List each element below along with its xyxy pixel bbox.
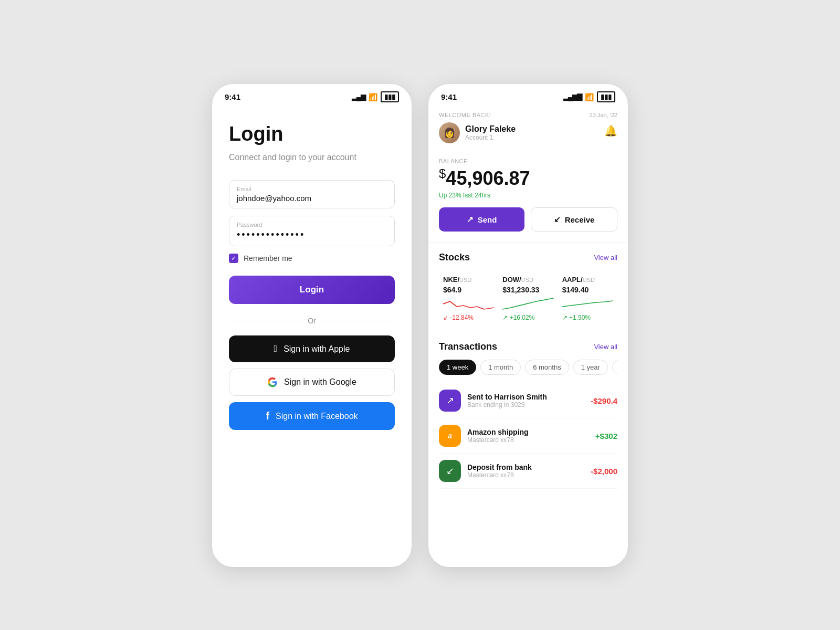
tx-name-1: Sent to Harrison Smith [467, 393, 584, 401]
stock-price-dow: $31,230.33 [502, 286, 553, 294]
welcome-text: WELCOME BACK! [439, 112, 516, 118]
signal-icon: ▂▄▆ [352, 93, 365, 101]
tx-info-3: Deposit from bank Mastercard xx78 [467, 463, 584, 479]
stock-change-dow: ↗ +16.02% [502, 314, 553, 321]
account-label: Account 1 [465, 134, 516, 141]
receive-button[interactable]: ↙ Receive [531, 207, 617, 232]
facebook-icon: f [266, 410, 269, 422]
remember-checkbox[interactable]: ✓ [229, 254, 238, 263]
filter-1year[interactable]: 1 year [573, 360, 608, 375]
or-divider: Or [229, 317, 395, 325]
balance-amount: $45,906.87 [439, 166, 617, 190]
login-time: 9:41 [225, 92, 240, 101]
login-subtitle: Connect and login to your account [229, 152, 395, 163]
stocks-title: Stocks [439, 252, 470, 263]
tx-sub-1: Bank ending in 3029 [467, 401, 584, 408]
wifi-icon: 📶 [369, 93, 377, 101]
filter-6months[interactable]: 6 months [525, 360, 569, 375]
balance-section: BALANCE $45,906.87 Up 23% last 24hrs ↗ S… [428, 151, 628, 243]
facebook-button-label: Sign in with Facebook [276, 412, 358, 421]
stock-change-nke: ↙ -12.84% [443, 314, 494, 321]
avatar: 👩 [439, 122, 460, 143]
tx-icon-deposit: ↙ [439, 460, 461, 482]
tx-name-3: Deposit from bank [467, 463, 584, 471]
stock-change-aapl: ↗ +1.90% [562, 314, 613, 321]
email-label: Email [237, 186, 387, 192]
email-field[interactable]: johndoe@yahoo.com [237, 194, 387, 203]
balance-value: 45,906.87 [446, 167, 530, 189]
tx-sub-2: Mastercard xx78 [467, 436, 589, 444]
send-button[interactable]: ↗ Send [439, 207, 524, 232]
password-label: Password [237, 222, 387, 228]
dashboard-time: 9:41 [441, 92, 457, 101]
time-filters: 1 week 1 month 6 months 1 year 2 ye... [439, 360, 617, 375]
login-title: Login [229, 123, 395, 145]
balance-change: Up 23% last 24hrs [439, 192, 617, 199]
divider-right [322, 321, 395, 321]
transaction-item-3[interactable]: ↙ Deposit from bank Mastercard xx78 -$2,… [439, 454, 617, 489]
login-content: Login Connect and login to your account … [212, 107, 412, 453]
or-text: Or [308, 317, 316, 325]
login-button[interactable]: Login [229, 276, 395, 304]
stocks-row: NKE/USD $64.9 ↙ -12.84% DOW/USD $31,230.… [439, 270, 617, 327]
divider-left [229, 321, 301, 321]
transaction-item-2[interactable]: a Amazon shipping Mastercard xx78 +$302 [439, 418, 617, 454]
email-input-group[interactable]: Email johndoe@yahoo.com [229, 180, 395, 208]
google-icon [267, 377, 278, 387]
google-signin-button[interactable]: Sign in with Google [229, 369, 395, 396]
stock-ticker-nke: NKE/USD [443, 276, 494, 284]
apple-signin-button[interactable]:  Sign in with Apple [229, 335, 395, 362]
remember-me-row[interactable]: ✓ Remember me [229, 254, 395, 263]
dashboard-header: WELCOME BACK! 👩 Glory Faleke Account 1 2… [428, 107, 628, 151]
filter-1month[interactable]: 1 month [480, 360, 521, 375]
stocks-section-header: Stocks View all [439, 252, 617, 263]
bell-icon[interactable]: 🔔 [604, 124, 617, 137]
send-label: Send [478, 215, 497, 224]
password-field[interactable]: •••••••••••••• [237, 229, 387, 240]
header-left: WELCOME BACK! 👩 Glory Faleke Account 1 [439, 112, 516, 143]
google-button-label: Sign in with Google [284, 377, 356, 387]
stock-chart-dow [502, 296, 553, 312]
dash-signal-icon: ▂▄▆▇ [563, 93, 582, 101]
stock-price-nke: $64.9 [443, 286, 494, 294]
tx-amount-2: +$302 [595, 432, 617, 440]
apple-icon:  [274, 343, 278, 354]
receive-arrow-icon: ↙ [554, 215, 561, 224]
stock-price-aapl: $149.40 [562, 286, 613, 294]
password-input-group[interactable]: Password •••••••••••••• [229, 216, 395, 246]
user-row: 👩 Glory Faleke Account 1 [439, 122, 516, 143]
stocks-section: Stocks View all NKE/USD $64.9 ↙ -12.84% … [428, 243, 628, 332]
tx-sub-3: Mastercard xx78 [467, 471, 584, 479]
tx-icon-send: ↗ [439, 390, 461, 412]
receive-label: Receive [565, 215, 595, 224]
transaction-item-1[interactable]: ↗ Sent to Harrison Smith Bank ending in … [439, 383, 617, 418]
login-phone: 9:41 ▂▄▆ 📶 ▮▮▮ Login Connect and login t… [212, 84, 412, 567]
dashboard-status-icons: ▂▄▆▇ 📶 ▮▮▮ [563, 91, 615, 102]
header-right: 23 Jan, '22 🔔 [590, 112, 617, 137]
stocks-view-all[interactable]: View all [594, 254, 617, 261]
filter-2year[interactable]: 2 ye... [612, 360, 617, 375]
stock-card-aapl[interactable]: AAPL/USD $149.40 ↗ +1.90% [558, 270, 617, 327]
battery-icon: ▮▮▮ [381, 91, 399, 102]
send-arrow-icon: ↗ [467, 215, 474, 224]
tx-info-1: Sent to Harrison Smith Bank ending in 30… [467, 393, 584, 408]
filter-1week[interactable]: 1 week [439, 360, 476, 375]
facebook-signin-button[interactable]: f Sign in with Facebook [229, 402, 395, 430]
stock-chart-nke [443, 296, 494, 312]
transactions-view-all[interactable]: View all [594, 343, 617, 351]
transactions-title: Transactions [439, 341, 497, 352]
stock-chart-aapl [562, 296, 613, 312]
login-status-bar: 9:41 ▂▄▆ 📶 ▮▮▮ [212, 84, 412, 107]
stock-card-dow[interactable]: DOW/USD $31,230.33 ↗ +16.02% [498, 270, 558, 327]
date-text: 23 Jan, '22 [590, 112, 617, 118]
tx-name-2: Amazon shipping [467, 428, 589, 436]
transactions-section: Transactions View all 1 week 1 month 6 m… [428, 332, 628, 494]
stock-ticker-aapl: AAPL/USD [562, 276, 613, 284]
tx-info-2: Amazon shipping Mastercard xx78 [467, 428, 589, 444]
action-buttons: ↗ Send ↙ Receive [439, 207, 617, 232]
dash-battery-icon: ▮▮▮ [597, 91, 615, 102]
stock-card-nke[interactable]: NKE/USD $64.9 ↙ -12.84% [439, 270, 498, 327]
remember-label: Remember me [244, 254, 292, 262]
dashboard-phone: 9:41 ▂▄▆▇ 📶 ▮▮▮ WELCOME BACK! 👩 Glory Fa… [428, 84, 628, 567]
dashboard-status-bar: 9:41 ▂▄▆▇ 📶 ▮▮▮ [428, 84, 628, 107]
